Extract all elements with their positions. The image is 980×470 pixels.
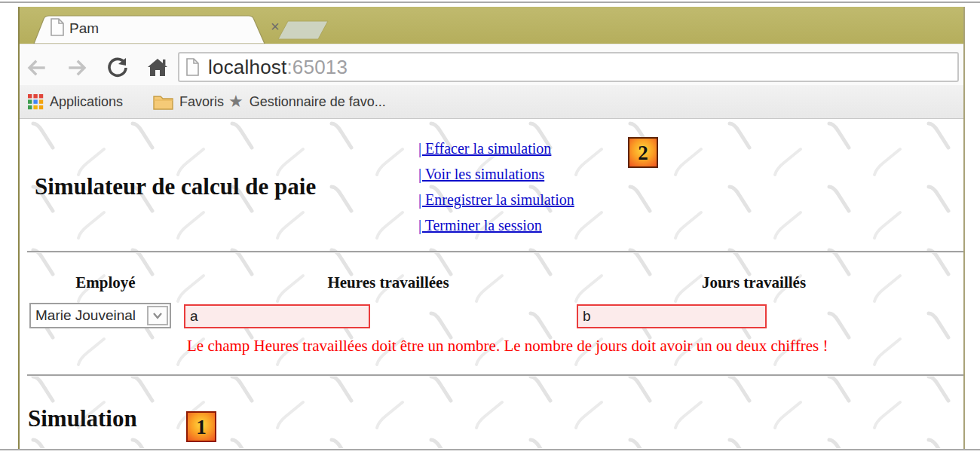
page-title: Simulateur de calcul de paie	[35, 173, 316, 200]
tab-title[interactable]: Pam	[69, 20, 99, 37]
back-icon	[29, 62, 44, 74]
home-button[interactable]	[146, 56, 169, 79]
url-host: localhost	[208, 56, 286, 78]
home-icon	[148, 59, 167, 76]
annotation-badge-2: 2	[628, 137, 658, 168]
link-terminer-session[interactable]: | Terminer la session	[418, 212, 574, 238]
dropdown-button[interactable]	[147, 306, 168, 325]
tab-page-icon	[49, 17, 66, 37]
star-icon: ★	[228, 93, 243, 110]
new-tab-button[interactable]	[278, 21, 328, 39]
apps-grid-icon	[28, 93, 44, 110]
tab-close-icon[interactable]: ×	[271, 18, 280, 35]
bookmarks-bar: Applications Favoris ★ Gestionnaire de f…	[20, 85, 963, 119]
refresh-button[interactable]	[106, 56, 129, 79]
employee-select[interactable]: Marie Jouveinal	[29, 303, 171, 328]
link-enregistrer-simulation[interactable]: | Enregistrer la simulation	[418, 187, 574, 212]
bookmark-favoris-label: Favoris	[179, 94, 224, 110]
bookmark-applications-label: Applications	[50, 94, 123, 110]
column-header-employe: Employé	[20, 273, 219, 292]
column-header-heures: Heures travaillées	[275, 273, 501, 292]
bookmark-manager[interactable]: ★ Gestionnaire de favo...	[228, 85, 386, 118]
horizontal-rule-2	[27, 374, 963, 377]
hours-input[interactable]	[184, 304, 370, 328]
bookmark-favoris-folder[interactable]: Favoris	[153, 85, 224, 118]
document-page: Pam ×	[0, 0, 980, 470]
back-button[interactable]	[25, 56, 47, 79]
url-page-icon	[185, 57, 201, 77]
employee-select-value: Marie Jouveinal	[35, 307, 136, 324]
address-bar[interactable]: localhost:65013	[178, 52, 959, 82]
page-nav-links: | Effacer la simulation | Voir les simul…	[418, 136, 574, 238]
refresh-icon	[109, 58, 126, 75]
forward-button[interactable]	[66, 56, 89, 79]
bottom-divider	[0, 449, 980, 450]
tab-strip: Pam ×	[20, 7, 963, 44]
browser-window: Pam ×	[18, 7, 965, 449]
annotation-badge-1: 1	[186, 411, 216, 442]
link-voir-simulations[interactable]: | Voir les simulations	[418, 161, 574, 187]
bookmark-manager-label: Gestionnaire de favo...	[250, 94, 386, 110]
folder-icon	[153, 93, 173, 110]
days-input[interactable]	[577, 304, 767, 328]
top-divider	[0, 2, 980, 3]
url-port: :65013	[286, 56, 348, 78]
column-header-jours: Jours travaillés	[641, 273, 867, 292]
bookmark-applications[interactable]: Applications	[28, 85, 123, 118]
active-tab-shape	[34, 16, 265, 44]
forward-icon	[70, 62, 84, 74]
web-page-content: Simulateur de calcul de paie | Effacer l…	[20, 119, 963, 448]
validation-error: Le champ Heures travaillées doit être un…	[187, 337, 828, 356]
toolbar: localhost:65013	[20, 44, 963, 85]
section-heading: Simulation	[28, 405, 137, 432]
url-text: localhost:65013	[208, 56, 348, 79]
horizontal-rule-1	[27, 251, 963, 253]
link-effacer-simulation[interactable]: | Effacer la simulation	[418, 136, 574, 161]
chevron-down-icon	[152, 312, 163, 319]
